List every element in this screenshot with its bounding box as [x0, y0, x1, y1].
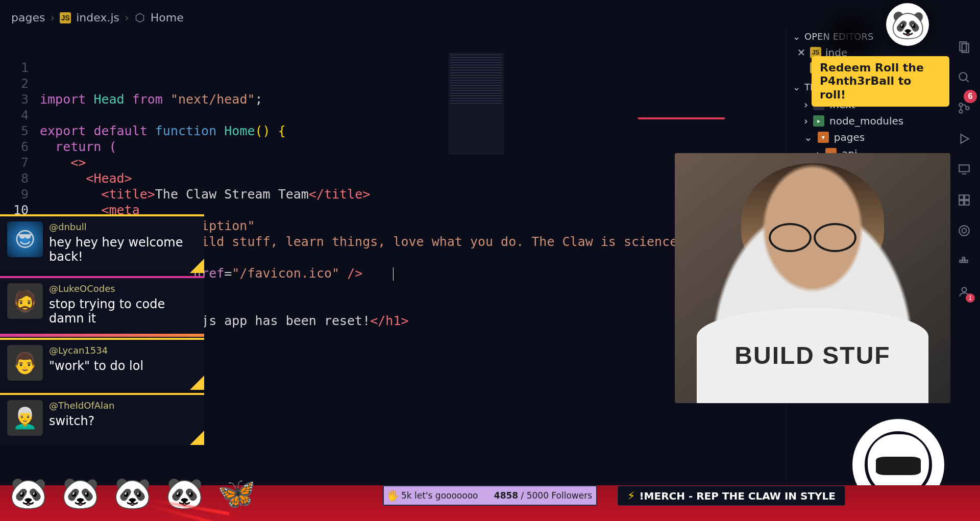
svg-rect-8	[959, 165, 969, 171]
text-cursor	[393, 267, 394, 281]
chat-username: @LukeOCodes	[49, 283, 197, 294]
svg-point-4	[959, 103, 963, 107]
folder-icon: ▾	[818, 132, 829, 143]
chat-username: @TheIdOfAlan	[49, 400, 114, 411]
accounts-icon[interactable]	[955, 283, 973, 301]
redeem-tooltip: Redeem Roll the P4nth3rBall to roll!	[812, 56, 949, 107]
files-icon[interactable]	[955, 38, 973, 56]
shirt-text: BUILD STUF	[697, 308, 928, 403]
webcam-feed: BUILD STUF	[675, 153, 950, 403]
svg-point-6	[966, 107, 969, 110]
chat-username: @dnbull	[49, 221, 197, 232]
activity-bar	[948, 28, 980, 518]
changes-count-badge: 6	[964, 90, 977, 103]
search-icon[interactable]	[955, 69, 973, 86]
avatar: 👨‍🦳	[7, 400, 43, 436]
merch-banner: ⚡ !MERCH - REP THE CLAW IN STYLE	[618, 486, 845, 506]
svg-rect-15	[960, 260, 962, 262]
live-share-icon[interactable]	[955, 222, 973, 239]
breadcrumb-folder[interactable]: pages	[11, 11, 45, 24]
chat-message: 👨‍🦳 @TheIdOfAlan switch?	[0, 393, 204, 445]
panther-logo-icon: 🐼	[886, 3, 929, 46]
chat-text: switch?	[49, 414, 114, 428]
svg-point-19	[962, 287, 967, 292]
extensions-icon[interactable]	[955, 191, 973, 209]
chat-text: stop trying to code damn it	[49, 297, 197, 326]
chat-message: 😎 @dnbull hey hey hey welcome back!	[0, 214, 204, 273]
breadcrumb-symbol[interactable]: Home	[151, 11, 184, 24]
minimap[interactable]	[448, 53, 504, 155]
panther-emote-icon: 🐼	[5, 470, 51, 516]
goal-icon: 🖐	[384, 489, 401, 502]
js-file-icon: JS	[60, 12, 71, 23]
chevron-down-icon: ⌄	[793, 31, 800, 42]
chat-message: 🧔 @LukeOCodes stop trying to code damn i…	[0, 276, 204, 335]
svg-rect-13	[965, 201, 969, 205]
chevron-down-icon: ⌄	[804, 131, 813, 143]
svg-rect-10	[959, 195, 964, 200]
chat-text: "work" to do lol	[49, 359, 143, 373]
goal-label: 5k let's gooooooo	[401, 490, 494, 501]
goal-count: 4858 / 5000 Followers	[494, 490, 596, 501]
folder-icon: ▸	[813, 115, 824, 127]
svg-point-2	[959, 72, 967, 80]
avatar: 👨	[7, 345, 43, 381]
svg-rect-12	[959, 201, 964, 205]
chat-overlay: 😎 @dnbull hey hey hey welcome back! 🧔 @L…	[0, 214, 204, 448]
run-debug-icon[interactable]	[955, 130, 973, 147]
svg-point-5	[959, 110, 963, 113]
panther-emote-icon: 🐼	[57, 470, 103, 516]
svg-rect-11	[965, 195, 969, 200]
symbol-icon: ⬡	[134, 12, 145, 23]
remote-icon[interactable]	[955, 161, 973, 178]
docker-icon[interactable]	[955, 253, 973, 270]
svg-line-3	[966, 79, 968, 82]
chat-text: hey hey hey welcome back!	[49, 235, 197, 264]
chevron-right-icon: ›	[50, 11, 55, 24]
bolt-icon: ⚡	[627, 489, 635, 502]
svg-marker-7	[961, 134, 969, 143]
chat-username: @Lycan1534	[49, 345, 143, 356]
chevron-right-icon: ›	[804, 98, 808, 111]
moth-emote-icon: 🦋	[213, 470, 259, 516]
svg-rect-17	[965, 260, 967, 262]
chevron-right-icon: ›	[804, 115, 808, 127]
follower-goal: 🖐 5k let's gooooooo 4858 / 5000 Follower…	[383, 485, 597, 506]
chevron-down-icon: ⌄	[793, 82, 800, 92]
close-icon[interactable]: ✕	[797, 46, 806, 59]
svg-rect-16	[963, 260, 965, 262]
svg-rect-18	[963, 257, 965, 259]
avatar: 🧔	[7, 283, 43, 319]
avatar: 😎	[7, 221, 43, 257]
svg-point-14	[959, 226, 969, 236]
breadcrumb-file[interactable]: index.js	[76, 11, 119, 24]
panther-emote-icon: 🐼	[109, 470, 155, 516]
diff-marker	[638, 117, 725, 119]
chevron-right-icon: ›	[125, 11, 129, 24]
chat-message: 👨 @Lycan1534 "work" to do lol	[0, 338, 204, 390]
